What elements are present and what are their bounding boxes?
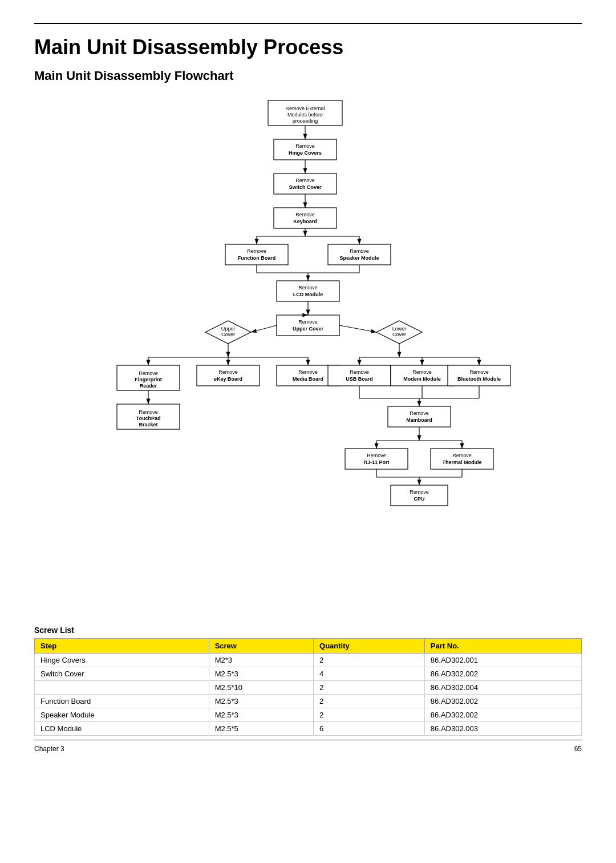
svg-text:Bracket: Bracket: [139, 422, 157, 428]
svg-text:USB Board: USB Board: [346, 376, 373, 382]
top-border: [34, 23, 582, 24]
svg-text:Thermal Module: Thermal Module: [442, 459, 481, 465]
svg-text:Remove: Remove: [350, 369, 369, 375]
chapter-label: Chapter 3: [34, 745, 64, 753]
svg-text:Keyboard: Keyboard: [293, 219, 317, 224]
node-usb: [328, 365, 391, 386]
svg-text:Remove: Remove: [410, 489, 429, 495]
svg-text:Switch Cover: Switch Cover: [289, 184, 322, 190]
svg-text:Hinge Covers: Hinge Covers: [289, 150, 322, 156]
svg-text:Remove: Remove: [295, 143, 315, 149]
node-rj11: [345, 449, 408, 469]
svg-text:Mainboard: Mainboard: [406, 417, 432, 423]
col-partno: Part No.: [424, 639, 581, 654]
node-bluetooth: [448, 365, 510, 386]
main-title: Main Unit Disassembly Process: [34, 35, 582, 59]
svg-text:Remove: Remove: [367, 453, 386, 458]
svg-text:Fingerprint: Fingerprint: [135, 377, 162, 382]
node-ekey: [197, 365, 260, 386]
flowchart-svg: Remove External Modules before proceedin…: [74, 95, 542, 608]
node-cpu: [391, 485, 448, 506]
svg-text:Upper: Upper: [221, 326, 236, 332]
svg-text:Remove: Remove: [452, 453, 472, 458]
svg-text:Media Board: Media Board: [293, 376, 323, 382]
col-step: Step: [35, 639, 209, 654]
svg-text:Modules before: Modules before: [287, 112, 323, 118]
svg-text:Remove: Remove: [298, 369, 318, 375]
svg-line-35: [251, 325, 277, 332]
table-row: M2.5*10286.AD302.004: [35, 681, 582, 695]
table-row: Speaker ModuleM2.5*3286.AD302.002: [35, 708, 582, 722]
node-speaker: [328, 244, 391, 265]
svg-text:Remove: Remove: [298, 285, 318, 291]
svg-text:Remove: Remove: [247, 248, 266, 254]
node-upper-cover-remove: [277, 315, 339, 336]
svg-text:Reader: Reader: [140, 383, 157, 389]
svg-text:eKey Board: eKey Board: [214, 376, 242, 382]
svg-text:Remove: Remove: [350, 248, 369, 254]
node-lcd: [277, 281, 339, 301]
svg-text:CPU: CPU: [414, 496, 424, 502]
svg-text:LCD Module: LCD Module: [293, 292, 323, 297]
table-row: Function BoardM2.5*3286.AD302.002: [35, 695, 582, 708]
svg-text:Remove: Remove: [139, 409, 158, 415]
svg-text:Remove: Remove: [412, 369, 432, 375]
page: Main Unit Disassembly Process Main Unit …: [0, 0, 616, 770]
node-keyboard: [274, 208, 337, 228]
node-function: [225, 244, 288, 265]
screw-table: Step Screw Quantity Part No. Hinge Cover…: [34, 638, 582, 736]
svg-text:Remove: Remove: [295, 212, 315, 217]
svg-text:Remove: Remove: [469, 369, 489, 375]
svg-text:Speaker Module: Speaker Module: [339, 255, 379, 261]
table-row: Switch CoverM2.5*3486.AD302.002: [35, 667, 582, 681]
sub-title: Main Unit Disassembly Flowchart: [34, 68, 582, 83]
table-row: LCD ModuleM2.5*5686.AD302.003: [35, 722, 582, 736]
svg-text:Remove External: Remove External: [285, 106, 325, 111]
table-row: Hinge CoversM2*3286.AD302.001: [35, 654, 582, 667]
screw-list-title: Screw List: [34, 626, 582, 635]
svg-text:Cover: Cover: [392, 332, 406, 337]
screw-list-section: Screw List Step Screw Quantity Part No. …: [34, 626, 582, 736]
svg-text:Remove: Remove: [298, 319, 318, 325]
page-number: 65: [574, 745, 582, 753]
node-hinge: [274, 139, 337, 160]
bottom-bar: Chapter 3 65: [34, 740, 582, 753]
svg-text:Remove: Remove: [295, 178, 315, 183]
svg-text:Upper Cover: Upper Cover: [293, 326, 324, 332]
col-screw: Screw: [209, 639, 313, 654]
svg-text:proceeding: proceeding: [293, 118, 318, 124]
svg-text:Lower: Lower: [392, 326, 407, 332]
node-modem: [391, 365, 453, 386]
svg-text:Remove: Remove: [410, 410, 429, 416]
svg-text:Function Board: Function Board: [238, 255, 276, 261]
svg-text:RJ-11 Port: RJ-11 Port: [363, 459, 389, 465]
svg-text:Modem Module: Modem Module: [403, 376, 441, 382]
flowchart-container: Remove External Modules before proceedin…: [34, 95, 582, 608]
svg-line-36: [339, 325, 376, 332]
node-switch: [274, 174, 337, 194]
svg-text:Remove: Remove: [139, 370, 158, 376]
node-thermal: [431, 449, 493, 469]
svg-text:Cover: Cover: [221, 332, 235, 337]
col-quantity: Quantity: [314, 639, 425, 654]
svg-text:Bluetooth Module: Bluetooth Module: [457, 376, 501, 382]
node-mainboard: [388, 406, 451, 427]
svg-text:Remove: Remove: [218, 369, 238, 375]
svg-text:TouchPad: TouchPad: [136, 416, 161, 421]
